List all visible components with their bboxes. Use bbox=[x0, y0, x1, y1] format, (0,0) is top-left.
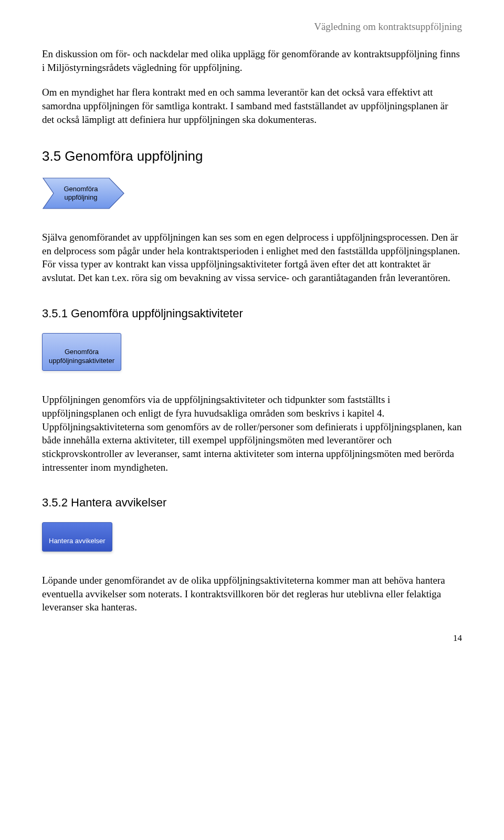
page-header-title: Vägledning om kontraktsuppföljning bbox=[42, 21, 462, 33]
process-arrow-label: Genomföra uppföljning bbox=[42, 177, 110, 210]
intro-paragraph-2: Om en myndighet har flera kontrakt med e… bbox=[42, 86, 462, 126]
section-3-5-paragraph: Själva genomförandet av uppföljningen ka… bbox=[42, 231, 462, 285]
process-arrow-genomfora: Genomföra uppföljning bbox=[42, 177, 126, 210]
section-3-5-2-paragraph: Löpande under genomförandet av de olika … bbox=[42, 574, 462, 614]
section-3-5-1-heading: 3.5.1 Genomföra uppföljningsaktiviteter bbox=[42, 307, 462, 320]
section-3-5-heading: 3.5 Genomföra uppföljning bbox=[42, 148, 462, 164]
section-3-5-1-paragraph: Uppföljningen genomförs via de uppföljni… bbox=[42, 393, 462, 474]
process-box-label: Hantera avvikelser bbox=[49, 537, 106, 545]
section-3-5-2-heading: 3.5.2 Hantera avvikelser bbox=[42, 496, 462, 510]
process-box-avvikelser: Hantera avvikelser bbox=[42, 522, 112, 552]
intro-paragraph-1: En diskussion om för- och nackdelar med … bbox=[42, 47, 462, 74]
page-number: 14 bbox=[42, 633, 462, 644]
process-box-aktiviteter: Genomföra uppföljningsaktiviteter bbox=[42, 333, 121, 371]
process-box-label: Genomföra uppföljningsaktiviteter bbox=[49, 348, 114, 365]
